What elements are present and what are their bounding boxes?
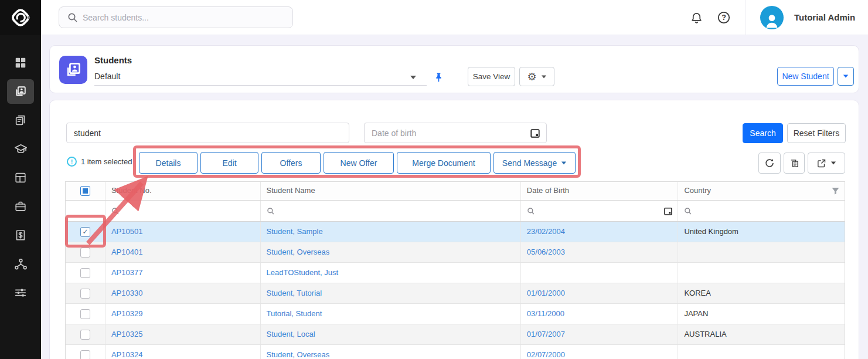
row-checkbox[interactable] [80,350,90,359]
app-logo[interactable] [0,0,41,35]
cell-student-no[interactable]: AP10324 [105,345,261,359]
save-view-button[interactable]: Save View [468,67,515,86]
filter-cell-country[interactable] [678,201,845,221]
chevron-down-icon [831,162,836,165]
sidebar-item-programs[interactable] [7,165,34,190]
notifications-button[interactable] [689,10,704,25]
table-row[interactable]: AP10324Student, Overseas02/07/2000 [66,345,845,359]
cell-student-name[interactable]: Student, Overseas [261,242,521,262]
view-settings-button[interactable]: ⚙ [519,67,554,86]
calendar-icon[interactable] [530,128,540,138]
new-student-label: New Student [782,72,829,81]
cell-dob[interactable]: 02/07/2000 [521,345,679,359]
avatar[interactable] [760,6,784,29]
sidebar-item-agency[interactable] [7,194,34,219]
column-header-country[interactable]: Country [678,182,845,200]
refresh-button[interactable] [758,153,781,174]
export-button[interactable] [808,153,845,174]
table-row[interactable]: AP10401Student, Overseas05/06/2003 [66,242,845,263]
cell-dob[interactable]: 05/06/2003 [521,242,679,262]
cell-student-name[interactable]: Tutorial, Student [261,304,521,324]
filter-cell-student-name[interactable] [261,201,521,221]
table-row[interactable]: AP10377LeadTOStudent, Just [66,263,845,283]
row-checkbox[interactable] [80,248,90,258]
help-button[interactable]: ? [716,10,731,25]
sidebar-item-settings[interactable] [7,280,34,305]
sidebar-item-education[interactable] [7,137,34,161]
merge-document-button[interactable]: Merge Document [397,152,491,174]
cell-country: KOREA [678,283,845,303]
table-row[interactable]: ✓AP10501Student, Sample23/02/2004United … [66,222,845,242]
export-icon [816,158,826,168]
finance-icon [14,229,27,242]
sidebar-item-students[interactable] [7,79,34,104]
sidebar-item-workflow[interactable] [7,252,34,276]
filter-funnel-icon[interactable] [831,187,840,195]
refresh-icon [764,158,775,168]
cell-dob[interactable]: 01/07/2007 [521,324,679,344]
view-select[interactable]: Default [94,69,427,86]
column-header-student-name[interactable]: Student Name [261,182,521,200]
user-name[interactable]: Tutorial Admin [794,12,855,22]
edit-button[interactable]: Edit [200,152,258,174]
cell-student-name[interactable]: Student, Local [261,324,521,344]
search-icon [527,207,535,215]
cell-dob[interactable]: 01/01/2000 [521,283,679,303]
cell-student-name[interactable]: Student, Overseas [261,345,521,359]
row-checkbox[interactable] [80,309,90,319]
search-button[interactable]: Search [743,123,783,143]
filter-cell-dob[interactable] [521,201,679,221]
details-label: Details [156,158,181,168]
sidebar-item-finance[interactable] [7,223,34,248]
row-checkbox[interactable] [80,289,90,299]
students-table: Student No. Student Name Date of Birth C… [65,181,845,359]
cell-student-name[interactable]: LeadTOStudent, Just [261,263,521,283]
reset-filters-button[interactable]: Reset Filters [787,123,846,143]
table-row[interactable]: AP10330Student, Tutorial01/01/2000KOREA [66,283,845,304]
dob-filter-input[interactable] [365,123,523,143]
new-student-menu-button[interactable] [838,67,854,86]
selection-info: ! 1 item selected [67,157,132,167]
students-icon [14,85,27,98]
chevron-down-icon [843,74,849,77]
offers-button[interactable]: Offers [261,152,321,174]
new-offer-button[interactable]: New Offer [324,152,394,174]
details-button[interactable]: Details [139,152,198,174]
copy-button[interactable] [784,153,805,174]
cell-student-no[interactable]: AP10329 [105,304,261,324]
user-icon [763,12,781,29]
topbar: ? Tutorial Admin [41,0,868,35]
table-row[interactable]: AP10329Tutorial, Student03/11/2000JAPAN [66,304,845,324]
page-title: Students [94,55,132,65]
cell-student-no[interactable]: AP10325 [105,324,261,344]
sidebar-item-dashboard[interactable] [7,50,34,75]
cell-student-no[interactable]: AP10401 [105,242,261,262]
cell-student-no[interactable]: AP10330 [105,283,261,303]
table-row[interactable]: AP10325Student, Local01/07/2007AUSTRALIA [66,324,845,345]
logo-icon [9,6,32,29]
column-header-student-no[interactable]: Student No. [105,182,261,200]
pin-view-button[interactable] [431,69,446,84]
select-all-checkbox[interactable] [80,186,90,196]
cell-student-name[interactable]: Student, Tutorial [261,283,521,303]
sidebar-item-documents[interactable] [7,108,34,133]
new-student-button[interactable]: New Student [777,67,834,86]
cell-student-no[interactable]: AP10501 [105,222,261,242]
select-all-cell [66,182,105,200]
cell-dob[interactable]: 03/11/2000 [521,304,679,324]
dob-filter [364,123,547,143]
calendar-icon[interactable] [663,206,673,216]
global-search-input[interactable] [83,7,288,28]
row-checkbox[interactable] [80,268,90,278]
cell-dob[interactable]: 23/02/2004 [521,222,679,242]
send-message-button[interactable]: Send Message [493,152,576,174]
filter-cell-student-no[interactable] [105,201,261,221]
row-checkbox[interactable] [80,330,90,340]
row-checkbox[interactable]: ✓ [80,227,90,237]
row-checkbox-cell [66,345,105,359]
column-header-dob[interactable]: Date of Birth [521,182,679,200]
cell-student-name[interactable]: Student, Sample [261,222,521,242]
help-icon: ? [717,11,731,25]
keyword-filter-input[interactable] [66,123,349,143]
cell-student-no[interactable]: AP10377 [105,263,261,283]
